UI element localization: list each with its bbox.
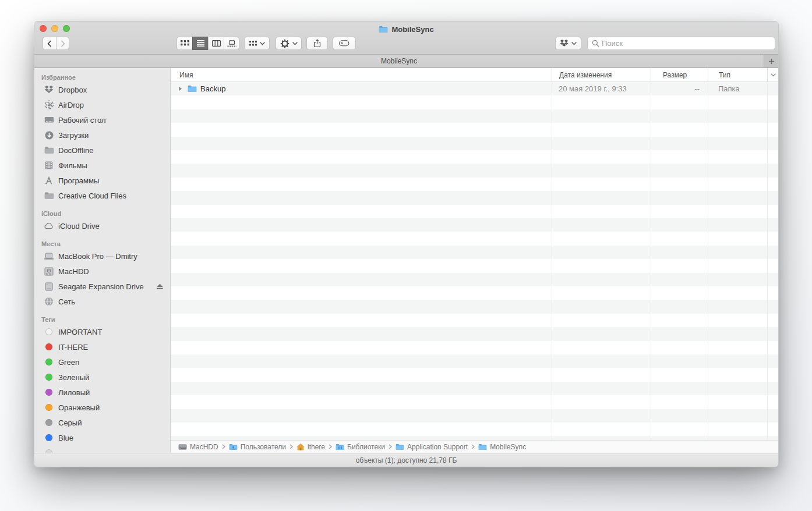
tag-circle-icon [45,404,52,411]
tag-icon [339,40,349,47]
external-drive-icon [44,282,54,292]
tag-button[interactable] [333,37,356,50]
list-view-icon [197,40,204,47]
sidebar-item-downloads[interactable]: Загрузки [34,127,170,143]
new-tab-button[interactable] [764,55,778,68]
path-item-home[interactable]: ithere [296,443,325,451]
sidebar-tag-lilovy[interactable]: Лиловый [34,385,170,400]
path-separator-icon [222,444,225,449]
sidebar-item-creative-cloud[interactable]: Creative Cloud Files [34,188,170,203]
column-view-button[interactable] [208,37,224,50]
window-title: MobileSync [34,24,778,34]
sidebar-tag-blue[interactable]: Blue [34,430,170,445]
sidebar-item-macbook[interactable]: MacBook Pro — Dmitry [34,249,170,264]
chevron-down-icon [771,73,776,77]
sidebar-item-machdd[interactable]: MacHDD [34,264,170,279]
tag-circle-icon [45,328,52,335]
search-group [587,37,775,50]
arrange-icon [249,41,257,47]
view-control [176,37,239,50]
path-item-application-support[interactable]: Application Support [396,443,468,451]
folder-icon [44,146,54,155]
path-bar: MacHDD Пользователи ithere Библиотеки [171,440,778,453]
file-row-backup[interactable]: Backup 20 мая 2019 г., 9:33 -- Папка [171,82,778,95]
tag-circle-icon [45,343,52,350]
sidebar-item-airdrop[interactable]: AirDrop [34,97,170,112]
sidebar-tag-green[interactable]: Green [34,354,170,370]
laptop-icon [44,251,54,261]
folder-icon [478,443,487,450]
icon-view-button[interactable] [176,37,192,50]
sidebar-tag-partial[interactable] [34,445,170,453]
home-icon [296,443,305,450]
sidebar-item-desktop[interactable]: Рабочий стол [34,112,170,127]
dropbox-button[interactable] [555,37,581,50]
internal-drive-icon [44,267,54,276]
action-group [276,37,302,50]
dropbox-group [555,37,581,50]
sidebar: Избранное Dropbox AirDrop Рабочий стол З… [34,68,171,453]
sidebar-item-label: Green [58,358,79,367]
file-name: Backup [200,84,225,93]
search-input[interactable] [602,39,771,48]
status-bar: объекты (1); доступно 21,78 ГБ [34,453,778,467]
sidebar-item-label: iCloud Drive [58,222,100,230]
status-text: объекты (1); доступно 21,78 ГБ [356,456,457,464]
column-header-name[interactable]: Имя [171,68,552,81]
sidebar-tag-oranzhevy[interactable]: Оранжевый [34,400,170,415]
sidebar-item-icloud-drive[interactable]: iCloud Drive [34,218,170,233]
tag-group [333,37,356,50]
sidebar-section-tags: Теги [41,315,170,324]
forward-button[interactable] [56,37,69,50]
sidebar-tag-important[interactable]: IMPORTANT [34,324,170,339]
column-header-kind[interactable]: Тип [708,68,767,81]
coverflow-view-button[interactable] [224,37,239,50]
eject-icon [156,283,164,290]
path-separator-icon [471,444,475,449]
share-button[interactable] [306,37,328,50]
sidebar-item-label: Загрузки [58,131,89,140]
dropbox-icon [44,85,54,95]
column-options-button[interactable] [767,68,778,81]
arrange-button[interactable] [244,37,270,50]
path-item-library[interactable]: Библиотеки [336,443,385,451]
action-button[interactable] [276,37,302,50]
share-icon [313,39,321,48]
chevron-right-icon [61,40,65,47]
tag-circle-icon [45,359,52,365]
list-view-button[interactable] [192,37,208,50]
file-date: 20 мая 2019 г., 9:33 [552,82,651,95]
path-item-machdd[interactable]: MacHDD [178,443,218,451]
applications-icon [44,176,54,186]
search-field[interactable] [587,37,775,50]
eject-button[interactable] [156,283,164,290]
sidebar-item-seagate[interactable]: Seagate Expansion Drive [34,279,170,294]
sidebar-item-label: DocOffline [58,146,93,155]
sidebar-item-label: Лиловый [58,388,90,397]
tab-mobilesync[interactable]: MobileSync [34,55,764,68]
column-header-date[interactable]: Дата изменения [552,68,651,81]
sidebar-item-network[interactable]: Сеть [34,294,170,309]
path-item-mobilesync[interactable]: MobileSync [478,443,526,451]
sidebar-tag-zeleny[interactable]: Зеленый [34,370,170,385]
nav-buttons [43,37,69,50]
sidebar-item-dropbox[interactable]: Dropbox [34,82,170,97]
path-item-users[interactable]: Пользователи [229,443,286,451]
tag-circle-icon [45,389,52,396]
sidebar-tag-it-here[interactable]: IT-HERE [34,339,170,354]
disclosure-triangle[interactable] [178,86,184,91]
coverflow-view-icon [227,40,236,47]
sidebar-item-label: Программы [58,176,99,185]
sidebar-item-label: AirDrop [58,101,84,109]
sidebar-item-applications[interactable]: Программы [34,173,170,188]
column-header-size[interactable]: Размер [651,68,708,81]
tab-label: MobileSync [381,57,417,65]
path-separator-icon [290,444,293,449]
back-button[interactable] [43,37,56,50]
sidebar-tag-sery[interactable]: Серый [34,415,170,430]
folder-icon [188,85,197,93]
sidebar-item-label: MacHDD [58,267,89,276]
sidebar-item-docoffline[interactable]: DocOffline [34,143,170,158]
window-title-text: MobileSync [391,25,433,34]
sidebar-item-movies[interactable]: Фильмы [34,158,170,173]
